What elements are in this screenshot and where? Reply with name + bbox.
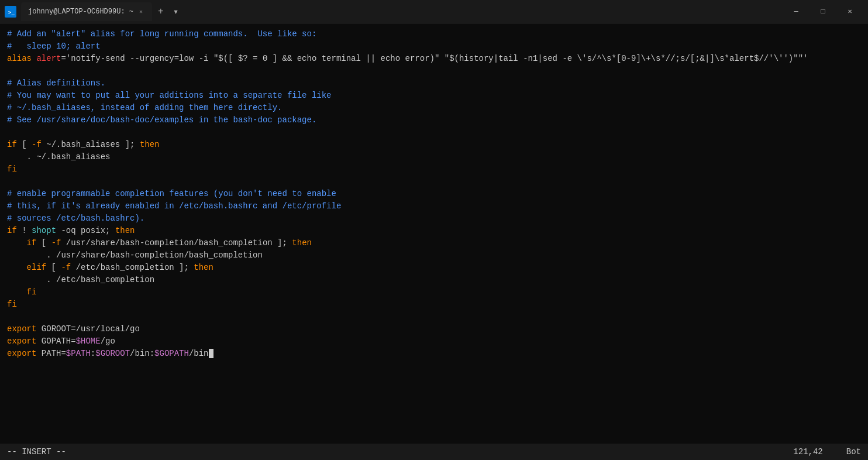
terminal-line: # this, if it's already enabled in /etc/… [7,200,861,212]
terminal-line [7,126,861,139]
tab-label: johnny@LAPTOP-OC6HD99U: ~ [28,8,133,16]
scroll-indicator: Bot [846,447,861,456]
terminal-line: . /etc/bash_completion [7,274,861,286]
position-indicator: 121,42 [793,447,822,456]
window-controls: ─ □ ✕ [783,0,863,23]
cursor-block [209,349,213,358]
terminal-line: export GOROOT=/usr/local/go [7,323,861,335]
terminal-line: fi [7,163,861,176]
terminal-line: # sleep 10; alert [7,40,861,53]
terminal-tab[interactable]: johnny@LAPTOP-OC6HD99U: ~ ✕ [21,2,152,21]
terminal-line: if [ -f /usr/share/bash-completion/bash_… [7,237,861,249]
minimize-button[interactable]: ─ [783,0,810,23]
cursor-position: 121,42 Bot [793,447,861,456]
terminal-line: elif [ -f /etc/bash_completion ]; then [7,262,861,274]
terminal-line [7,176,861,188]
svg-text:>_: >_ [8,9,15,15]
terminal-line: # You may want to put all your additions… [7,90,861,102]
terminal-line [7,65,861,77]
terminal-line [7,311,861,323]
tab-dropdown-button[interactable]: ▾ [170,5,182,19]
terminal-line: . /usr/share/bash-completion/bash_comple… [7,249,861,262]
terminal-line: # See /usr/share/doc/bash-doc/examples i… [7,114,861,126]
maximize-button[interactable]: □ [810,0,836,23]
terminal-line: export GOPATH=$HOME/go [7,335,861,348]
tab-close-button[interactable]: ✕ [137,8,145,16]
terminal-line: . ~/.bash_aliases [7,151,861,163]
terminal-icon: >_ [5,6,16,18]
terminal-line: if ! shopt -oq posix; then [7,225,861,237]
terminal-line: export PATH=$PATH:$GOROOT/bin:$GOPATH/bi… [7,348,861,360]
terminal-line: if [ -f ~/.bash_aliases ]; then [7,139,861,151]
terminal-line: # Alias definitions. [7,77,861,90]
tab-area: johnny@LAPTOP-OC6HD99U: ~ ✕ + ▾ [21,2,778,21]
terminal-line: fi [7,298,861,311]
terminal-line: # enable programmable completion feature… [7,188,861,200]
terminal-line: # ~/.bash_aliases, instead of adding the… [7,102,861,114]
terminal-line: fi [7,286,861,298]
close-button[interactable]: ✕ [836,0,863,23]
terminal-line: # sources /etc/bash.bashrc). [7,212,861,225]
terminal-line: alias alert='notify-send --urgency=low -… [7,53,861,65]
vim-mode: -- INSERT -- [7,447,66,456]
terminal-line: # Add an "alert" alias for long running … [7,28,861,40]
terminal-content[interactable]: # Add an "alert" alias for long running … [0,23,868,460]
statusbar: -- INSERT -- 121,42 Bot [0,444,868,460]
titlebar: >_ johnny@LAPTOP-OC6HD99U: ~ ✕ + ▾ ─ □ ✕ [0,0,868,23]
new-tab-button[interactable]: + [154,5,167,18]
